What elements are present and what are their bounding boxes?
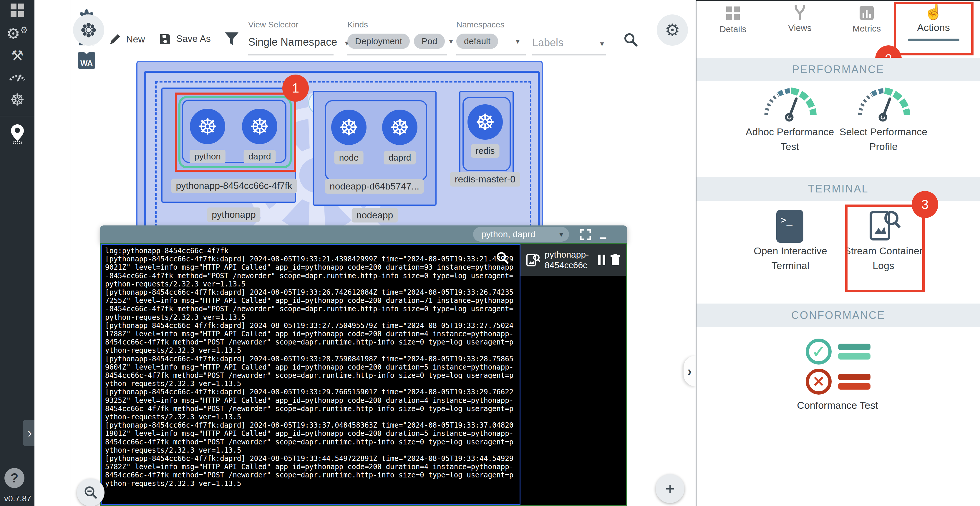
stream-list-item[interactable]: pythonapp- 8454cc66c [520,244,626,276]
log-stream-view[interactable]: log:pythonapp-8454cc66c-4f7fk[pythonapp-… [101,244,520,505]
deployment-label: pythonapp [207,208,260,222]
adhoc-performance-test-action[interactable] [760,85,819,123]
log-zoom-cursor-icon[interactable] [495,251,510,267]
container-label: redis [471,144,499,158]
terminal-section-header: TERMINAL [697,177,980,201]
plugin-icon-column: WA › [35,0,70,506]
save-icon [159,33,171,45]
container-redis[interactable]: ☸ [468,104,503,140]
tab-views-label: Views [772,23,828,33]
namespaces-label: Namespaces [456,20,520,29]
conformance-test-action[interactable]: Conformance Test [797,400,878,411]
check-circle-icon: ✓ [806,338,832,364]
pause-stream-button[interactable] [598,255,605,265]
container-daprd-python[interactable]: ☸ [242,109,277,144]
new-button[interactable]: New [108,33,141,48]
namespace-chip-default[interactable]: default [456,34,498,49]
select-performance-profile-label: Select Performance Profile [822,125,945,154]
x-circle-icon: ✕ [806,369,832,394]
stream-pod-name: pythonapp- 8454cc66c [545,249,589,271]
annotation-rect-2 [894,2,974,56]
fullscreen-button[interactable] [579,228,592,242]
log-entry: [pythonapp-8454cc66c-4f7fk:daprd] 2024-0… [105,321,517,355]
pod-name-label: nodeapp-d64b5747... [325,179,424,194]
settings-button[interactable]: ⚙ [657,14,688,46]
kubernetes-icon: ☸ [475,109,495,135]
labels-underline [532,54,606,56]
log-entry: [pythonapp-8454cc66c-4f7fk:daprd] 2024-0… [105,455,517,488]
labels-placeholder: Labels [532,37,563,49]
left-sidebar: ⚙⚙ ⚒ ☸ › ? v0.7.87 [0,0,35,506]
view-selector-underline [248,54,334,56]
pod-name-label: pythonapp-8454cc66c-4f7fk [171,179,297,193]
fullscreen-icon [579,228,592,241]
conformance-section-header: CONFORMANCE [697,303,980,327]
spinner-menu-button[interactable] [73,14,104,46]
add-button[interactable]: + [655,474,684,503]
performance-gauge-icon[interactable] [0,70,35,84]
tab-views[interactable]: Views [772,5,828,33]
new-button-label: New [126,34,145,45]
deployment-label: nodeapp [352,208,398,222]
app-root: ⚙⚙ ⚒ ☸ › ? v0.7.87 [0,0,980,506]
select-performance-profile-action[interactable] [854,85,913,123]
kinds-filter[interactable]: Kinds Deployment Pod ▾ [347,20,453,49]
kind-chip-deployment[interactable]: Deployment [347,34,410,49]
funnel-icon [224,32,239,47]
settings-gears-icon[interactable]: ⚙⚙ [0,25,35,42]
filter-button[interactable] [224,32,239,48]
panel-expand-chevron[interactable]: › [684,356,696,386]
container-label: daprd [244,150,276,163]
tab-details-label: Details [705,24,761,34]
details-grid-icon [726,6,740,20]
log-entry: [pythonapp-8454cc66c-4f7fk:daprd] 2024-0… [105,288,517,321]
stream-log-icon [525,252,541,268]
magnifier-minus-icon [83,485,98,500]
search-icon [623,32,639,48]
log-entry: [pythonapp-8454cc66c-4f7fk:daprd] 2024-0… [105,421,517,455]
container-label: daprd [384,151,416,164]
container-daprd-node[interactable]: ☸ [382,110,417,145]
log-entry: [pythonapp-8454cc66c-4f7fk:daprd] 2024-0… [105,355,517,388]
save-as-button[interactable]: Save As [159,33,207,48]
log-entry: [pythonapp-8454cc66c-4f7fk:daprd] 2024-0… [105,255,517,288]
sidebar-divider [0,116,35,117]
search-button[interactable] [623,32,639,49]
labels-filter[interactable]: Labels ▾ [532,37,604,49]
kubernetes-icon: ☸ [250,113,270,140]
conformance-pass-bar [838,344,870,350]
kinds-label: Kinds [347,20,453,29]
conformance-fail-bar [838,383,870,389]
stream-list-strip: pythonapp- 8454cc66c [520,244,626,505]
container-select-dropdown[interactable]: python, daprd ▾ [473,227,569,242]
annotation-rect-3 [845,204,925,292]
container-python[interactable]: ☸ [190,109,225,144]
tab-metrics[interactable]: Metrics [839,6,895,34]
tools-icon[interactable]: ⚒ [0,47,35,64]
metrics-chart-icon [860,6,874,20]
chevron-down-icon: ▾ [600,39,604,48]
webassembly-icon[interactable]: WA [78,52,95,69]
conformance-pass-bar [838,353,870,359]
pod-name-label: redis-master-0 [450,172,520,187]
chevron-down-icon: ▾ [449,37,453,46]
asterisk-flower-icon [80,22,97,38]
container-node[interactable]: ☸ [331,110,366,145]
location-pin-icon[interactable] [0,124,35,145]
conformance-fail-bar [838,374,870,380]
gear-icon: ⚙ [665,20,680,40]
kubernetes-wheel-icon[interactable]: ☸ [0,90,35,109]
help-button[interactable]: ? [5,468,24,488]
zoom-out-button[interactable] [77,479,105,506]
container-label: node [334,151,364,164]
namespaces-filter[interactable]: Namespaces default ▾ [456,20,520,49]
kubernetes-icon: ☸ [197,113,218,140]
delete-stream-button[interactable] [609,254,621,267]
open-interactive-terminal-action[interactable]: >_ [776,210,803,243]
tab-details[interactable]: Details [705,6,761,34]
kind-chip-pod[interactable]: Pod [414,34,445,49]
view-selector[interactable]: View Selector Single Namespace ▾ [248,20,349,48]
minimize-button[interactable]: – [599,230,606,244]
annotation-badge-3: 3 [912,191,938,218]
dashboard-grid-icon[interactable] [0,3,35,18]
